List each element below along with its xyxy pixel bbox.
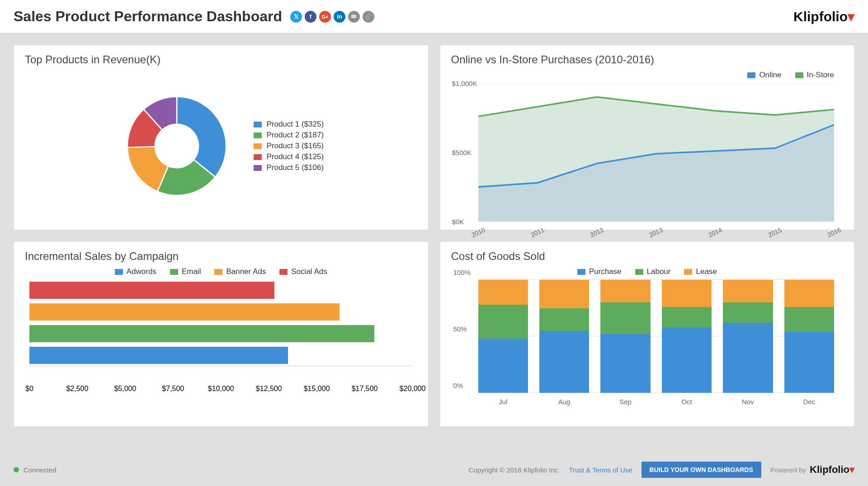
x-tick: Nov — [742, 398, 754, 406]
x-tick: $17,500 — [352, 385, 378, 393]
facebook-icon[interactable]: f — [305, 11, 316, 23]
legend-item: Product 5 ($106) — [254, 163, 324, 172]
terms-link[interactable]: Trust & Terms of Use — [569, 466, 632, 474]
area-svg — [478, 83, 835, 222]
stack-legend: PurchaseLabourLease — [451, 267, 844, 276]
y-tick: $500K — [452, 149, 472, 156]
legend-item: Product 3 ($165) — [254, 142, 324, 151]
link-icon[interactable]: 🔗 — [363, 11, 374, 23]
bar — [29, 325, 374, 342]
stack-segment — [600, 302, 650, 334]
stack-segment — [723, 323, 773, 393]
stack-segment — [600, 280, 650, 302]
bar — [29, 282, 274, 299]
stack-column: Oct — [662, 280, 712, 393]
dashboard-grid: Top Products in Revenue(K) Product 1 ($3… — [0, 33, 868, 427]
stack-segment — [723, 280, 773, 302]
stack-segment — [539, 331, 589, 393]
legend-item: Online — [747, 71, 781, 80]
area-chart: $0K$500K$1,000K2010201120122013201420152… — [478, 83, 835, 222]
stack-segment — [478, 339, 528, 393]
stack-segment — [478, 280, 528, 305]
stack-segment — [539, 308, 589, 331]
x-tick: 2012 — [589, 226, 604, 239]
x-tick: Sep — [619, 398, 632, 406]
page-title: Sales Product Performance Dashboard — [14, 8, 282, 25]
status-dot-icon — [14, 467, 19, 472]
stack-segment — [662, 307, 712, 327]
x-tick: Jul — [499, 398, 507, 406]
footer-right: Copyright © 2016 Klipfolio Inc. Trust & … — [469, 462, 854, 478]
card-title: Online vs In-Store Purchases (2010-2016) — [451, 53, 844, 66]
linkedin-icon[interactable]: in — [334, 11, 345, 23]
brand-logo: Klipfolio▾ — [793, 9, 854, 24]
legend-item: Product 4 ($125) — [254, 152, 324, 161]
x-tick: $2,500 — [66, 385, 88, 393]
bar — [29, 303, 340, 321]
stack-segment — [784, 307, 834, 332]
email-icon[interactable]: ✉ — [348, 11, 360, 23]
area-legend: OnlineIn-Store — [451, 71, 835, 80]
stack-segment — [784, 280, 834, 307]
stack-segment — [662, 280, 712, 307]
legend-item: Banner Ads — [214, 267, 266, 276]
x-tick: 2011 — [529, 226, 545, 239]
share-icons: 𝕏 f G+ in ✉ 🔗 — [290, 11, 374, 23]
legend-item: Product 1 ($325) — [254, 120, 324, 129]
copyright-text: Copyright © 2016 Klipfolio Inc. — [469, 466, 560, 474]
donut-svg — [118, 87, 236, 205]
legend-item: Product 2 ($187) — [254, 131, 324, 140]
donut-chart: Product 1 ($325)Product 2 ($187)Product … — [25, 71, 417, 222]
hbar-legend: AdwordsEmailBanner AdsSocial Ads — [25, 267, 417, 276]
x-tick: $20,000 — [400, 385, 426, 393]
footer-left: Connected — [14, 466, 57, 474]
footer: Connected Copyright © 2016 Klipfolio Inc… — [0, 453, 868, 486]
build-dashboards-button[interactable]: BUILD YOUR OWN DASHBOARDS — [642, 462, 761, 478]
legend-item: In-Store — [795, 71, 834, 80]
legend-item: Purchase — [577, 267, 622, 276]
stack-segment — [478, 305, 528, 339]
y-tick: $1,000K — [452, 80, 477, 87]
donut-legend: Product 1 ($325)Product 2 ($187)Product … — [254, 118, 324, 174]
legend-item: Labour — [635, 267, 671, 276]
stack-segment — [662, 327, 712, 393]
stack-column: Jul — [478, 280, 528, 393]
x-tick: $15,000 — [304, 385, 330, 393]
card-title: Incremental Sales by Campaign — [25, 250, 417, 263]
legend-item: Social Ads — [279, 267, 327, 276]
bar — [29, 347, 288, 364]
stack-segment — [784, 332, 834, 393]
card-cogs: Cost of Goods Sold PurchaseLabourLease 0… — [440, 241, 855, 427]
stack-column: Dec — [784, 280, 834, 393]
x-tick: Dec — [803, 398, 815, 406]
x-tick: $5,000 — [114, 385, 136, 393]
x-tick: 2016 — [826, 226, 842, 239]
hbar-chart: $0$2,500$5,000$7,500$10,000$12,500$15,00… — [25, 276, 417, 418]
x-tick: 2013 — [648, 226, 664, 239]
card-incremental-sales: Incremental Sales by Campaign AdwordsEma… — [14, 241, 429, 427]
x-tick: 2010 — [470, 226, 486, 239]
stack-chart: 0%50%100%JulAugSepOctNovDec — [451, 276, 844, 418]
card-title: Cost of Goods Sold — [451, 250, 844, 263]
svg-point-0 — [155, 124, 199, 169]
legend-item: Lease — [684, 267, 717, 276]
x-tick: Oct — [681, 398, 692, 406]
x-tick: $7,500 — [162, 385, 184, 393]
y-tick: 0% — [453, 382, 463, 389]
twitter-icon[interactable]: 𝕏 — [290, 11, 302, 23]
legend-item: Adwords — [115, 267, 156, 276]
x-tick: $0 — [25, 385, 33, 393]
y-tick: 100% — [453, 269, 471, 276]
stack-column: Aug — [539, 280, 589, 393]
card-title: Top Products in Revenue(K) — [25, 53, 417, 66]
stack-column: Nov — [723, 280, 773, 393]
x-tick: Aug — [558, 398, 571, 406]
powered-by: Powered by Klipfolio▾ — [770, 464, 854, 476]
x-tick: $10,000 — [208, 385, 234, 393]
y-tick: $0K — [452, 218, 464, 226]
header: Sales Product Performance Dashboard 𝕏 f … — [0, 0, 868, 33]
google-plus-icon[interactable]: G+ — [319, 11, 331, 23]
stack-segment — [539, 280, 589, 308]
stack-column: Sep — [600, 280, 650, 393]
x-tick: 2014 — [708, 226, 723, 239]
